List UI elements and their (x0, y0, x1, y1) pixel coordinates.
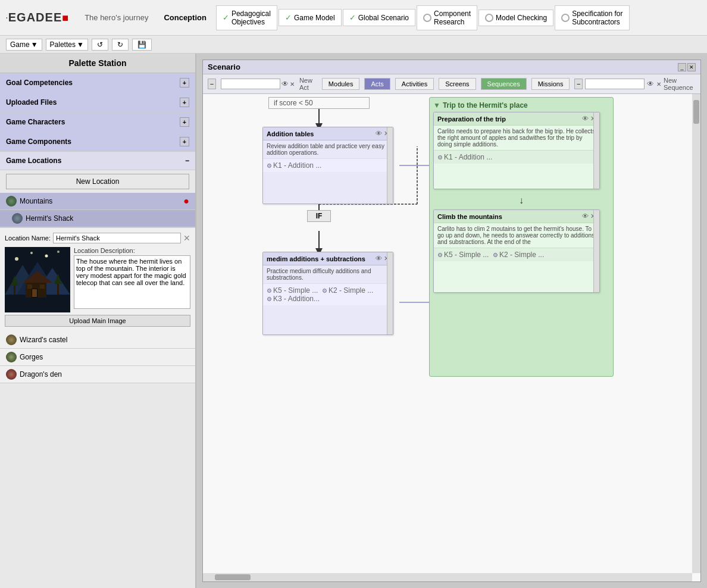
save-btn[interactable]: 💾 (132, 39, 152, 51)
location-gorges[interactable]: Gorges (0, 349, 195, 366)
section-game-comps-expand[interactable]: + (180, 137, 189, 146)
section-game-comps-label: Game Components (6, 137, 71, 146)
locations-expand[interactable]: − (185, 157, 189, 165)
tab-activities[interactable]: Activities (395, 78, 434, 90)
skill-icon-4a: ⚙ (437, 252, 443, 258)
window-minimize[interactable]: _ (678, 63, 686, 71)
game-dropdown-arrow: ▼ (31, 40, 38, 49)
nav-step-model-check[interactable]: Model Checking (478, 10, 553, 26)
card3-skill1: ⚙ K1 - Addition ... (437, 153, 492, 161)
card4-scroll[interactable] (593, 210, 599, 292)
loc-desc-textarea[interactable]: The house where the hermit lives on top … (74, 255, 190, 309)
card2-body: Practice medium difficulty additions and… (263, 265, 393, 283)
card2-eye-btn[interactable]: 👁 (376, 255, 382, 262)
seq-eye-icon[interactable]: 👁 (647, 80, 654, 88)
card1-header: Addition tables 👁 ✕ (263, 127, 393, 140)
tab-sequences[interactable]: Sequences (481, 78, 527, 90)
triangle-icon: ▼ (433, 101, 440, 110)
seq-input[interactable] (585, 79, 645, 89)
card2-scroll[interactable] (387, 252, 393, 334)
upload-main-image-button[interactable]: Upload Main Image (5, 315, 190, 327)
nav-step-spec-sub[interactable]: Specification forSubcontractors (555, 5, 629, 30)
location-name-close[interactable]: ✕ (183, 233, 190, 243)
nav-step-ped-obj[interactable]: ✓ PedagogicalObjectives (216, 5, 277, 30)
card1-scroll[interactable] (387, 127, 393, 204)
canvas-scroll-v[interactable] (692, 94, 700, 573)
card-prep-trip: Preparation of the trip 👁 ✕ Carlito need… (433, 112, 600, 189)
tab-modules[interactable]: Modules (322, 78, 360, 90)
scroll-v-thumb[interactable] (693, 100, 699, 124)
locations-section: Game Locations − New Location Mountains … (0, 152, 195, 588)
act-input[interactable] (221, 79, 280, 89)
card1-eye-btn[interactable]: 👁 (376, 130, 382, 137)
card3-scroll[interactable] (593, 112, 599, 189)
section-uploaded-files-expand[interactable]: + (180, 98, 189, 107)
new-location-button[interactable]: New Location (6, 174, 189, 189)
act-eye-icon[interactable]: 👁 (281, 80, 289, 88)
new-sequence-label: New Sequence (664, 77, 696, 91)
card2-title: medim additions + subtractions (267, 255, 365, 262)
redo-icon: ↻ (117, 40, 123, 49)
location-dragon-icon (6, 369, 17, 380)
section-game-chars-expand[interactable]: + (180, 117, 189, 127)
section-game-comps: Game Components + (0, 132, 195, 152)
condition-box: if score < 50 (268, 97, 370, 109)
card4-eye-btn[interactable]: 👁 (582, 212, 589, 220)
svg-rect-13 (32, 289, 37, 297)
section-game-comps-header[interactable]: Game Components + (0, 132, 195, 151)
canvas-scroll-h[interactable] (203, 573, 692, 581)
act-close-icon[interactable]: ✕ (290, 81, 295, 87)
zoom-minus-btn[interactable]: − (208, 79, 216, 89)
redo-btn[interactable]: ↻ (112, 39, 129, 51)
scroll-h-thumb[interactable] (215, 574, 251, 580)
locations-header[interactable]: Game Locations − (0, 152, 195, 170)
scenario-window: Scenario _ ✕ − 👁 ✕ New Act Modules Acts (202, 60, 701, 582)
conception-label[interactable]: Conception (164, 13, 207, 22)
game-dropdown[interactable]: Game ▼ (6, 39, 42, 51)
window-close[interactable]: ✕ (687, 63, 696, 71)
loc-desc-area: Location Description: The house where th… (74, 247, 190, 312)
card3-body: Carlito needs to prepare his back for th… (434, 126, 599, 150)
game-label: Game (10, 40, 30, 49)
act-input-area: 👁 ✕ (221, 79, 295, 89)
undo-icon: ↺ (97, 40, 103, 49)
location-wizard[interactable]: Wizard's castel (0, 331, 195, 349)
seq-close-icon[interactable]: ✕ (656, 81, 661, 87)
tab-acts[interactable]: Acts (364, 78, 390, 90)
topbar: ·EGADEE■ The hero's journey Conception ✓… (0, 0, 707, 36)
svg-point-4 (57, 251, 60, 253)
zoom-minus-right[interactable]: − (574, 79, 583, 89)
location-mountains[interactable]: Mountains ● (0, 193, 195, 210)
location-dragon[interactable]: Dragon's den (0, 366, 195, 383)
tab-missions[interactable]: Missions (531, 78, 570, 90)
location-scene-svg (5, 247, 70, 312)
location-gorges-icon (6, 352, 17, 362)
section-game-chars: Game Characters + (0, 112, 195, 132)
nav-step-global[interactable]: ✓ Global Scenario (343, 9, 415, 26)
location-hermits-shack[interactable]: Hermit's Shack (0, 210, 195, 227)
card2-skill2: ⚙ K2 - Simple ... (322, 286, 373, 295)
svg-point-1 (15, 257, 18, 261)
loc-desc-label: Location Description: (74, 247, 190, 254)
card4-skill1: ⚙ K5 - Simple ... (437, 251, 489, 259)
nav-step-comp-research[interactable]: ComponentResearch (417, 5, 477, 30)
section-goal-comp-expand[interactable]: + (180, 78, 189, 87)
circle-icon-comp (423, 14, 431, 22)
card4-skill1-label: K5 - Simple ... (444, 251, 489, 259)
section-game-chars-label: Game Characters (6, 118, 65, 126)
palettes-dropdown[interactable]: Palettes ▼ (46, 39, 88, 51)
card1-skill1: ⚙ K1 - Addition ... (267, 161, 321, 170)
circle-icon-model (485, 14, 493, 22)
skill-icon-3: ⚙ (437, 154, 443, 161)
card3-eye-btn[interactable]: 👁 (582, 115, 589, 123)
nav-step-game-model[interactable]: ✓ Game Model (279, 9, 342, 26)
tab-screens[interactable]: Screens (439, 78, 475, 90)
section-uploaded-files-header[interactable]: Uploaded Files + (0, 93, 195, 112)
palettes-dropdown-arrow: ▼ (77, 40, 84, 49)
section-game-chars-header[interactable]: Game Characters + (0, 112, 195, 132)
nav-step-ped-label: PedagogicalObjectives (232, 10, 271, 26)
if-box: IF (307, 210, 331, 222)
undo-btn[interactable]: ↺ (92, 39, 108, 51)
location-name-input[interactable] (53, 233, 181, 243)
section-goal-comp-header[interactable]: Goal Competencies + (0, 73, 195, 92)
